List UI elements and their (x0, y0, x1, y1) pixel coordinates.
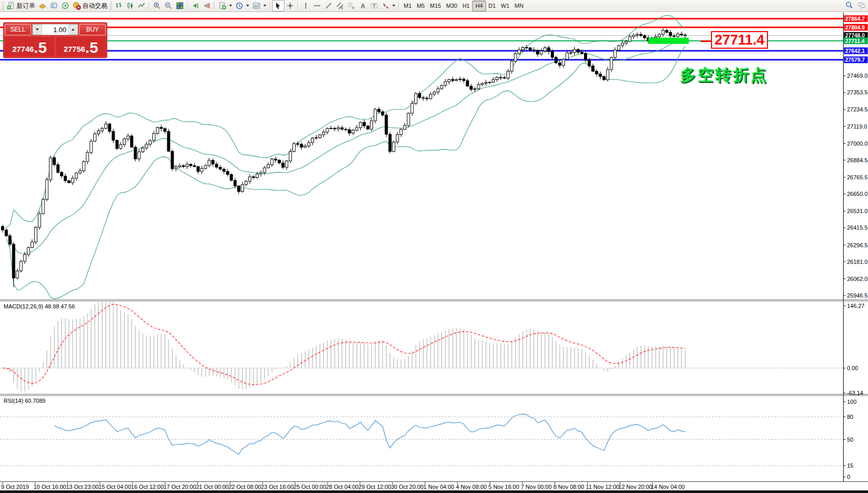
zoom-in-icon (153, 2, 161, 10)
timeframe-m5[interactable]: M5 (414, 1, 427, 11)
timeframe-h4[interactable]: H4 (472, 1, 486, 11)
price-callout-label[interactable]: 27711.4 (711, 31, 768, 49)
svg-text:8 Nov 08:00: 8 Nov 08:00 (553, 484, 584, 490)
svg-text:5 Nov 16:00: 5 Nov 16:00 (489, 484, 519, 490)
sell-button[interactable]: SELL (5, 24, 31, 35)
indicators-dropdown-caret[interactable] (229, 5, 232, 7)
sell-button-label: SELL (10, 26, 25, 33)
crosshair-tool-button[interactable] (284, 1, 296, 11)
chart-annotation-text[interactable]: 多空转折点 (680, 64, 768, 86)
timeframe-m30[interactable]: M30 (444, 1, 460, 11)
svg-text:17 Oct 20:00: 17 Oct 20:00 (164, 484, 196, 490)
rsi-indicator-label: RSI(14) 60.7089 (4, 398, 46, 404)
arrows-dropdown-caret[interactable] (392, 5, 395, 7)
horizontal-line-tool-button[interactable] (311, 1, 323, 11)
auto-trading-button[interactable]: 自动交易 (71, 1, 109, 11)
new-order-icon (7, 2, 15, 10)
buy-button[interactable]: BUY (79, 24, 106, 35)
timeframe-m1[interactable]: M1 (401, 1, 414, 11)
main-toolbar: 新订单 自动交易 (0, 0, 868, 12)
svg-text:1 Nov 04:00: 1 Nov 04:00 (423, 484, 454, 490)
buy-price-main: 27756 (64, 43, 86, 56)
svg-text:0.00: 0.00 (847, 365, 858, 371)
svg-text:29 Oct 12:00: 29 Oct 12:00 (359, 484, 391, 490)
periods-dropdown-caret[interactable] (246, 5, 249, 7)
svg-text:27234.5: 27234.5 (847, 106, 868, 112)
market-watch-button[interactable] (37, 1, 48, 11)
templates-dropdown-caret[interactable] (263, 5, 266, 7)
svg-text:100: 100 (847, 399, 857, 405)
highlight-zone (648, 38, 689, 44)
signal-icon (61, 2, 69, 10)
zoom-out-icon (164, 2, 173, 10)
cursor-icon (274, 2, 282, 10)
sell-price-display[interactable]: 27746.5 (5, 37, 54, 57)
volume-decrease-button[interactable] (33, 24, 42, 35)
sell-price-main: 27746 (12, 43, 34, 56)
cursor-tool-button[interactable] (272, 0, 284, 11)
timeframe-mn[interactable]: MN (512, 1, 526, 11)
date-axis: 9 Oct 201910 Oct 16:0013 Oct 23:0015 Oct… (1, 482, 685, 490)
svg-text:12 Nov 20:00: 12 Nov 20:00 (618, 484, 652, 490)
auto-scroll-button[interactable] (190, 1, 201, 11)
periods-button[interactable] (234, 1, 251, 11)
vertical-line-tool-button[interactable] (300, 1, 311, 11)
svg-text:146.27: 146.27 (847, 303, 865, 309)
svg-text:25946.5: 25946.5 (847, 292, 868, 299)
svg-text:27469.0: 27469.0 (847, 73, 868, 79)
search-icon[interactable] (845, 1, 853, 9)
timeframe-d1[interactable]: D1 (486, 1, 499, 11)
macd-indicator-label: MACD(12,26,9) 48.98 47.56 (4, 303, 75, 309)
crosshair-icon (286, 2, 294, 10)
svg-text:27353.5: 27353.5 (847, 89, 868, 95)
svg-text:27119.0: 27119.0 (847, 123, 867, 130)
svg-text:10 Oct 16:00: 10 Oct 16:00 (34, 484, 66, 490)
trendline-tool-button[interactable] (323, 1, 334, 11)
svg-text:14 Nov 04:00: 14 Nov 04:00 (651, 484, 685, 490)
toolbar-separator (214, 2, 215, 10)
volume-value[interactable]: 1.00 (42, 24, 68, 35)
fibonacci-tool-button[interactable]: F (346, 1, 357, 11)
text-label-tool-button[interactable]: T (368, 1, 380, 11)
svg-text:11 Nov 12:00: 11 Nov 12:00 (586, 484, 620, 490)
volume-increase-button[interactable] (68, 24, 78, 35)
svg-text:21 Oct 00:00: 21 Oct 00:00 (196, 484, 229, 490)
svg-text:27642.1: 27642.1 (845, 48, 865, 54)
svg-text:F: F (352, 6, 354, 10)
svg-text:E: E (341, 6, 344, 10)
timeframe-h1[interactable]: H1 (460, 1, 472, 11)
text-tool-button[interactable]: A (357, 1, 368, 11)
svg-text:9 Oct 2019: 9 Oct 2019 (1, 484, 29, 490)
timeframe-m15[interactable]: M15 (428, 1, 444, 11)
svg-text:27000.0: 27000.0 (847, 140, 868, 147)
channel-tool-button[interactable]: E (334, 1, 346, 11)
chart-bars-button[interactable] (113, 1, 124, 11)
indicators-button[interactable] (217, 1, 234, 11)
one-click-trade-panel: SELL 1.00 BUY 27746.5 27756.5 (3, 22, 107, 58)
chart-candles-button[interactable] (124, 1, 136, 11)
svg-text:28 Oct 04:00: 28 Oct 04:00 (326, 484, 359, 490)
tile-windows-button[interactable] (174, 1, 186, 11)
arrows-tool-button[interactable] (380, 1, 397, 11)
templates-button[interactable] (251, 1, 268, 11)
buy-price-display[interactable]: 27756.5 (56, 37, 106, 57)
chart-line-button[interactable] (136, 1, 147, 11)
zoom-out-button[interactable] (163, 1, 174, 11)
zoom-in-button[interactable] (151, 1, 163, 11)
svg-text:27804.9: 27804.9 (845, 24, 865, 31)
strategy-signal-button[interactable] (60, 1, 71, 11)
svg-text:26765.5: 26765.5 (847, 174, 868, 180)
chat-icon[interactable] (858, 1, 866, 9)
svg-text:26531.0: 26531.0 (847, 208, 868, 214)
svg-text:50: 50 (847, 436, 853, 443)
toolbar-separator (297, 2, 298, 10)
new-order-button[interactable]: 新订单 (5, 1, 37, 11)
vertical-line-icon (302, 2, 310, 10)
timeframe-w1[interactable]: W1 (499, 1, 513, 11)
chart-shift-button[interactable] (201, 1, 212, 11)
svg-text:26415.5: 26415.5 (847, 224, 868, 231)
svg-text:23 Oct 16:00: 23 Oct 16:00 (261, 484, 294, 490)
data-window-button[interactable] (48, 1, 60, 11)
trading-app: 新订单 自动交易 (0, 0, 868, 493)
toolbar-grip (2, 2, 4, 10)
